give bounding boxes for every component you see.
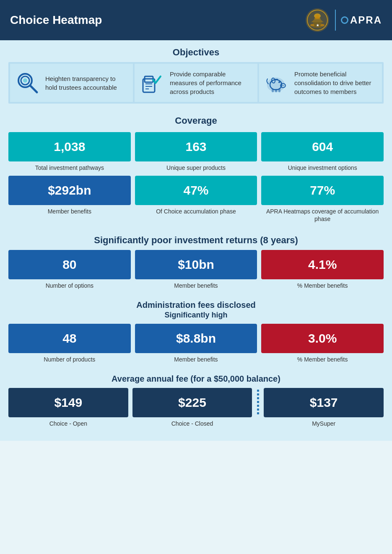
objective-item-2: Provide comparable measures of performan… — [135, 64, 257, 102]
avg-fee-section: Average annual fee (for a $50,000 balanc… — [8, 368, 384, 427]
coverage-item-2: 604 Unique investment options — [261, 132, 384, 172]
stat-box-total-pathways: 1,038 — [8, 132, 131, 161]
coverage-section: Coverage 1,038 Total investment pathways… — [8, 109, 384, 223]
header-logo: ★ APRA — [305, 8, 382, 33]
stat-box-choice-open: $149 — [8, 388, 128, 417]
objectives-title: Objectives — [8, 40, 384, 62]
objectives-row: Heighten transparency to hold trustees a… — [8, 62, 384, 104]
coverage-item-4: 47% Of Choice accumulation phase — [135, 176, 257, 223]
objective-item-3: Promote beneficial consolidation to driv… — [259, 64, 382, 102]
stat-label-apra-pct: APRA Heatmaps coverage of accumulation p… — [261, 208, 384, 223]
objectives-section: Objectives Heighten transparency to hold… — [8, 40, 384, 104]
poor-item-0: 80 Number of options — [8, 250, 131, 289]
stat-label-member-benefits: Member benefits — [48, 208, 91, 215]
stat-label-poor-pct: % Member benefits — [297, 282, 348, 289]
coverage-item-1: 163 Unique super products — [135, 132, 257, 172]
svg-point-23 — [278, 81, 280, 83]
stat-label-unique-options: Unique investment options — [288, 164, 357, 172]
admin-fees-subtitle: Significantly high — [8, 311, 384, 324]
divider-dot-1 — [257, 390, 259, 392]
svg-rect-28 — [278, 89, 280, 92]
svg-rect-27 — [275, 89, 277, 92]
svg-point-22 — [283, 85, 284, 86]
coverage-item-3: $292bn Member benefits — [8, 176, 131, 223]
page-title: Choice Heatmap — [10, 13, 102, 27]
svg-point-7 — [310, 24, 314, 26]
stat-label-num-products: Number of products — [44, 356, 95, 363]
avg-divider — [256, 388, 260, 414]
stat-label-admin-member-benefits: Member benefits — [174, 356, 218, 363]
stat-box-apra-pct: 77% — [261, 176, 384, 205]
objective-text-2: Provide comparable measures of performan… — [170, 70, 252, 96]
coverage-item-5: 77% APRA Heatmaps coverage of accumulati… — [261, 176, 384, 223]
stat-label-choice-closed: Choice - Closed — [171, 420, 213, 427]
admin-fees-title: Administration fees disclosed — [8, 294, 384, 311]
apra-circle-icon — [341, 16, 348, 24]
stat-box-unique-options: 604 — [261, 132, 384, 161]
coverage-grid: 1,038 Total investment pathways 163 Uniq… — [8, 132, 384, 223]
objective-text-3: Promote beneficial consolidation to driv… — [294, 70, 377, 96]
objective-text-1: Heighten transparency to hold trustees a… — [45, 74, 128, 92]
stat-box-unique-products: 163 — [135, 132, 257, 161]
stat-box-choice-pct: 47% — [135, 176, 257, 205]
admin-item-2: 3.0% % Member benefits — [261, 324, 384, 363]
stat-box-num-options: 80 — [8, 250, 131, 279]
page-header: Choice Heatmap ★ APRA — [0, 0, 392, 40]
stat-label-num-options: Number of options — [46, 282, 93, 289]
divider-dot-4 — [257, 401, 259, 403]
coverage-item-0: 1,038 Total investment pathways — [8, 132, 131, 172]
poor-returns-section: Significantly poor investment returns (8… — [8, 228, 384, 289]
admin-item-1: $8.8bn Member benefits — [135, 324, 257, 363]
main-content: Objectives Heighten transparency to hold… — [0, 40, 392, 441]
crest-icon: ★ — [305, 8, 330, 33]
stat-label-poor-member-benefits: Member benefits — [174, 282, 218, 289]
avg-item-1: $225 Choice - Closed — [132, 388, 252, 427]
stat-label-unique-products: Unique super products — [166, 164, 226, 172]
piggy-bank-icon — [264, 70, 289, 96]
avg-item-0: $149 Choice - Open — [8, 388, 128, 427]
stat-box-admin-member-benefits: $8.8bn — [135, 324, 257, 353]
svg-text:★: ★ — [316, 23, 319, 27]
stat-box-mysuper: $137 — [264, 388, 384, 417]
divider-dot-6 — [257, 408, 259, 411]
stat-label-mysuper: MySuper — [312, 420, 335, 427]
divider-dot-2 — [257, 393, 259, 395]
stat-label-choice-pct: Of Choice accumulation phase — [156, 208, 236, 215]
admin-fees-grid: 48 Number of products $8.8bn Member bene… — [8, 324, 384, 363]
divider-dot-7 — [257, 412, 259, 414]
stat-box-num-products: 48 — [8, 324, 131, 353]
objective-item-1: Heighten transparency to hold trustees a… — [10, 64, 133, 102]
divider-dot-3 — [257, 397, 259, 399]
stat-box-poor-member-benefits: $10bn — [135, 250, 257, 279]
poor-returns-title: Significantly poor investment returns (8… — [8, 228, 384, 250]
coverage-title: Coverage — [8, 109, 384, 130]
svg-point-8 — [320, 24, 325, 26]
logo-divider — [335, 10, 336, 31]
magnifying-glass-icon — [15, 70, 40, 96]
checklist-icon — [140, 70, 165, 96]
avg-fee-title: Average annual fee (for a $50,000 balanc… — [8, 368, 384, 388]
poor-item-1: $10bn Member benefits — [135, 250, 257, 289]
poor-returns-grid: 80 Number of options $10bn Member benefi… — [8, 250, 384, 289]
apra-logo: APRA — [341, 14, 382, 26]
svg-point-12 — [23, 78, 27, 83]
svg-rect-25 — [275, 79, 278, 80]
svg-point-21 — [282, 85, 283, 86]
poor-item-2: 4.1% % Member benefits — [261, 250, 384, 289]
stat-box-member-benefits: $292bn — [8, 176, 131, 205]
stat-box-admin-pct: 3.0% — [261, 324, 384, 353]
avg-item-2: $137 MySuper — [264, 388, 384, 427]
divider-dot-5 — [257, 405, 259, 407]
stat-label-total-pathways: Total investment pathways — [35, 164, 104, 172]
stat-label-admin-pct: % Member benefits — [297, 356, 348, 363]
avg-fee-grid: $149 Choice - Open $225 Choice - Closed … — [8, 388, 384, 427]
admin-item-0: 48 Number of products — [8, 324, 131, 363]
apra-text: APRA — [350, 14, 382, 26]
stat-box-poor-pct: 4.1% — [261, 250, 384, 279]
admin-fees-section: Administration fees disclosed Significan… — [8, 294, 384, 363]
svg-line-11 — [30, 86, 37, 92]
stat-box-choice-closed: $225 — [132, 388, 252, 417]
svg-rect-26 — [272, 89, 274, 92]
stat-label-choice-open: Choice - Open — [49, 420, 87, 427]
